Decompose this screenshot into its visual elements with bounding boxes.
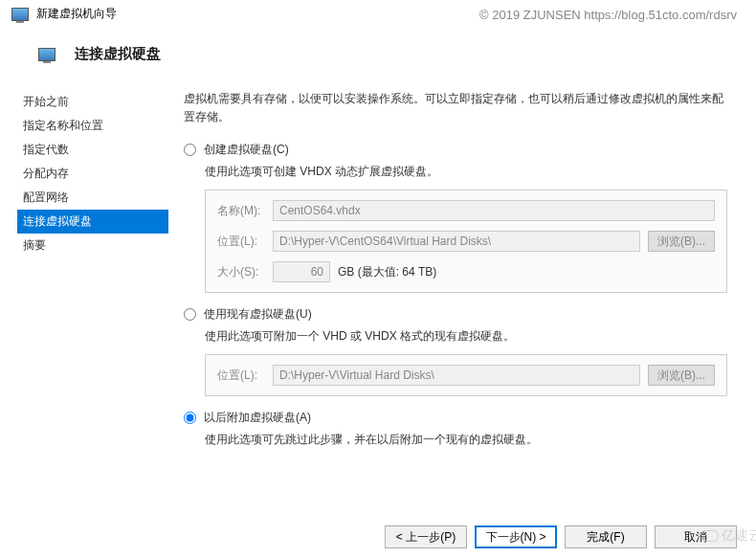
radio-create-input[interactable] <box>184 144 196 156</box>
corner-brand-text: 亿速云 <box>722 527 756 545</box>
wizard-sidebar: 开始之前 指定名称和位置 指定代数 分配内存 配置网络 连接虚拟硬盘 摘要 <box>0 90 168 502</box>
existing-location-input[interactable] <box>273 365 640 386</box>
cloud-icon <box>700 530 719 542</box>
location-label: 位置(L): <box>217 234 265 250</box>
finish-button[interactable]: 完成(F) <box>565 525 647 548</box>
option-create-vhd: 创建虚拟硬盘(C) 使用此选项可创建 VHDX 动态扩展虚拟硬盘。 名称(M):… <box>184 142 727 293</box>
sidebar-item-before-begin[interactable]: 开始之前 <box>17 90 168 114</box>
radio-later-label: 以后附加虚拟硬盘(A) <box>204 410 311 426</box>
back-button[interactable]: < 上一步(P) <box>385 525 467 548</box>
browse-button-existing[interactable]: 浏览(B)... <box>648 365 715 386</box>
radio-later-input[interactable] <box>184 412 196 424</box>
option-use-existing: 使用现有虚拟硬盘(U) 使用此选项可附加一个 VHD 或 VHDX 格式的现有虚… <box>184 306 727 396</box>
page-title: 连接虚拟硬盘 <box>75 45 161 63</box>
name-label: 名称(M): <box>217 203 265 219</box>
next-button[interactable]: 下一步(N) > <box>475 525 557 548</box>
wizard-footer: < 上一步(P) 下一步(N) > 完成(F) 取消 <box>385 525 737 548</box>
corner-brand: 亿速云 <box>700 527 756 545</box>
wizard-content: 虚拟机需要具有存储，以便可以安装操作系统。可以立即指定存储，也可以稍后通过修改虚… <box>168 90 756 502</box>
existing-location-label: 位置(L): <box>217 368 265 384</box>
size-suffix: GB (最大值: 64 TB) <box>338 264 436 280</box>
sidebar-item-summary[interactable]: 摘要 <box>17 234 168 257</box>
radio-create-label: 创建虚拟硬盘(C) <box>204 142 289 158</box>
location-input[interactable] <box>273 231 640 252</box>
sidebar-item-name-location[interactable]: 指定名称和位置 <box>17 114 168 138</box>
sidebar-item-generation[interactable]: 指定代数 <box>17 138 168 162</box>
existing-fields: 位置(L): 浏览(B)... <box>205 354 727 396</box>
size-label: 大小(S): <box>217 264 265 280</box>
radio-create-vhd[interactable]: 创建虚拟硬盘(C) <box>184 142 727 158</box>
radio-later-vhd[interactable]: 以后附加虚拟硬盘(A) <box>184 410 727 426</box>
app-icon <box>11 8 29 21</box>
intro-text: 虚拟机需要具有存储，以便可以安装操作系统。可以立即指定存储，也可以稍后通过修改虚… <box>184 90 727 126</box>
later-desc: 使用此选项可先跳过此步骤，并在以后附加一个现有的虚拟硬盘。 <box>205 432 727 448</box>
sidebar-item-memory[interactable]: 分配内存 <box>17 162 168 186</box>
radio-existing-vhd[interactable]: 使用现有虚拟硬盘(U) <box>184 306 727 323</box>
size-input[interactable] <box>273 261 330 282</box>
header-icon <box>38 48 56 61</box>
sidebar-item-network[interactable]: 配置网络 <box>17 186 168 210</box>
option-attach-later: 以后附加虚拟硬盘(A) 使用此选项可先跳过此步骤，并在以后附加一个现有的虚拟硬盘… <box>184 410 727 448</box>
create-desc: 使用此选项可创建 VHDX 动态扩展虚拟硬盘。 <box>205 164 727 180</box>
wizard-header: 连接虚拟硬盘 <box>0 28 756 90</box>
watermark-text: © 2019 ZJUNSEN https://blog.51cto.com/rd… <box>479 8 737 22</box>
sidebar-item-vhd[interactable]: 连接虚拟硬盘 <box>17 210 168 234</box>
existing-desc: 使用此选项可附加一个 VHD 或 VHDX 格式的现有虚拟硬盘。 <box>205 328 727 345</box>
radio-existing-label: 使用现有虚拟硬盘(U) <box>204 306 312 323</box>
name-input[interactable] <box>273 200 715 221</box>
window-title: 新建虚拟机向导 <box>36 6 117 22</box>
radio-existing-input[interactable] <box>184 308 196 321</box>
browse-button-create[interactable]: 浏览(B)... <box>648 231 715 252</box>
create-fields: 名称(M): 位置(L): 浏览(B)... 大小(S): GB (最大值: 6… <box>205 190 727 293</box>
